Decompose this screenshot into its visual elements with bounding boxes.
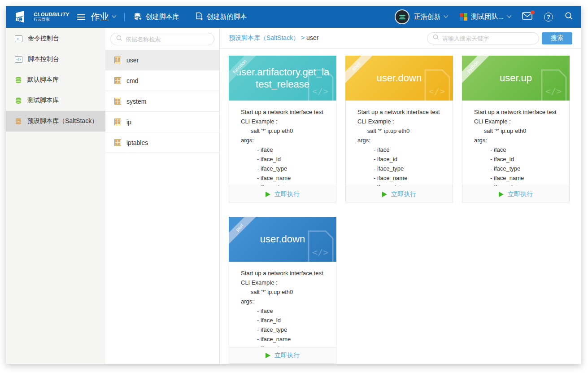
script-card-user-down-shell: shell user.down </> Start up a network i… [345,56,453,202]
grid-icon [114,139,121,146]
sidebar-item-label: 脚本控制台 [28,55,59,63]
breadcrumb-separator: > [301,34,305,41]
database-icon [15,97,22,104]
team-name: 测试团队... [471,13,504,21]
database-plus-icon [134,12,142,22]
chevron-down-icon [507,13,511,18]
module-label: 作业 [91,11,109,23]
script-title: user.down [370,72,428,84]
script-item-label: iptables [126,139,148,146]
team-menu[interactable]: 测试团队... [460,13,510,21]
script-item-label: ip [126,118,131,126]
run-label: 立即执行 [274,351,300,360]
cloudbility-logo-icon [15,10,31,24]
language-ribbon: python [462,56,493,87]
breadcrumb: 预设脚本库（SaltStack） > user [229,34,318,42]
sidebar-item-label: 测试脚本库 [27,97,59,105]
help-icon: ? [544,13,553,22]
user-menu[interactable]: 正浩创新 [414,13,447,21]
svg-text:</>: </> [545,86,562,97]
run-now-button[interactable]: 立即执行 [229,347,336,363]
card-header: shell user.down </> [345,56,453,101]
play-icon [499,192,504,197]
global-search-button[interactable] [565,12,573,22]
script-item-cmd[interactable]: cmd [105,70,219,91]
breadcrumb-library-link[interactable]: 预设脚本库（SaltStack） [229,34,299,41]
svg-text:</>: </> [312,247,328,258]
help-button[interactable]: ? [544,13,553,22]
sidebar-item-script-console[interactable]: </> 脚本控制台 [6,49,105,70]
script-item-iptables[interactable]: iptables [105,132,219,153]
run-label: 立即执行 [274,190,300,198]
messages-button[interactable] [522,12,532,22]
script-item-system[interactable]: system [105,91,219,112]
script-item-user[interactable]: user [105,50,219,70]
svg-text:</>: </> [197,14,202,17]
chevron-down-icon [444,13,449,18]
create-script-label: 创建新的脚本 [206,13,247,21]
create-library-button[interactable]: 创建脚本库 [134,12,179,22]
brand-logo[interactable]: CLOUDBILITY 行云管家 [15,10,69,24]
top-navbar: CLOUDBILITY 行云管家 作业 创建脚本库 [6,6,581,28]
database-icon [15,76,22,83]
user-name: 正浩创新 [414,13,440,21]
sidebar-item-preset-library-saltstack[interactable]: 预设脚本库（SaltStack） [6,111,105,132]
script-item-label: user [126,57,139,64]
chevron-down-icon [112,13,117,18]
script-title: user.artifactory.get_latest_release [229,66,336,91]
terminal-icon: >_ [15,35,22,42]
script-item-ip[interactable]: ip [105,112,219,132]
run-now-button[interactable]: 立即执行 [229,186,336,202]
team-grid-icon [460,13,467,21]
user-avatar[interactable] [395,9,409,24]
script-list-search-input[interactable] [126,36,209,43]
sidebar-item-command-console[interactable]: >_ 命令控制台 [6,28,105,49]
script-list-search[interactable] [110,33,214,45]
search-icon [565,12,573,22]
search-button[interactable]: 搜索 [542,32,572,44]
menu-hamburger-icon[interactable] [77,14,85,20]
search-icon [433,34,439,42]
card-header: perl user.down </> [229,217,336,262]
play-icon [266,192,270,197]
play-icon [266,353,270,358]
script-cards-grid: function user.artifactory.get_latest_rel… [220,49,581,364]
grid-icon [114,98,121,105]
sidebar-item-test-library[interactable]: 测试脚本库 [6,90,105,111]
run-now-button[interactable]: 立即执行 [346,186,453,202]
create-library-label: 创建脚本库 [145,13,179,21]
main-header: 预设脚本库（SaltStack） > user 搜索 [220,28,581,49]
keyword-search[interactable] [427,32,539,44]
script-list-panel: user cmd system ip iptables [105,28,220,364]
script-description: Start up a network interface test CLI Ex… [229,101,336,186]
keyword-search-input[interactable] [442,35,533,42]
run-now-button[interactable]: 立即执行 [462,186,569,202]
script-item-label: cmd [126,77,138,84]
module-switcher[interactable]: 作业 [91,11,115,23]
sidebar-item-label: 预设脚本库（SaltStack） [27,117,98,125]
code-icon: </> [15,56,22,63]
notification-badge [531,10,535,14]
script-description: Start up a network interface test CLI Ex… [229,262,336,347]
card-header: function user.artifactory.get_latest_rel… [229,56,336,101]
create-script-button[interactable]: </> 创建新的脚本 [195,12,247,22]
script-card-user-down-perl: perl user.down </> Start up a network in… [229,217,336,364]
script-description: Start up a network interface test CLI Ex… [462,101,569,186]
app-window: CLOUDBILITY 行云管家 作业 创建脚本库 [6,6,581,364]
grid-icon [114,118,121,125]
topbar-divider [124,13,125,21]
brand-name: CLOUDBILITY [34,12,69,18]
script-item-label: system [126,98,146,105]
script-card-user-up-python: python user.up </> Start up a network in… [462,56,570,202]
play-icon [382,192,387,197]
brand-subtitle: 行云管家 [34,18,69,22]
script-title: user.down [254,233,311,246]
sidebar-item-label: 默认脚本库 [27,76,59,84]
sidebar-item-default-library[interactable]: 默认脚本库 [6,70,105,90]
sidebar-item-label: 命令控制台 [28,35,59,43]
search-icon [116,35,122,43]
script-title: user.up [493,72,538,84]
main-panel: 预设脚本库（SaltStack） > user 搜索 [220,28,581,364]
run-label: 立即执行 [391,190,416,198]
script-card-user-artifactory-get-latest-release: function user.artifactory.get_latest_rel… [229,56,336,202]
